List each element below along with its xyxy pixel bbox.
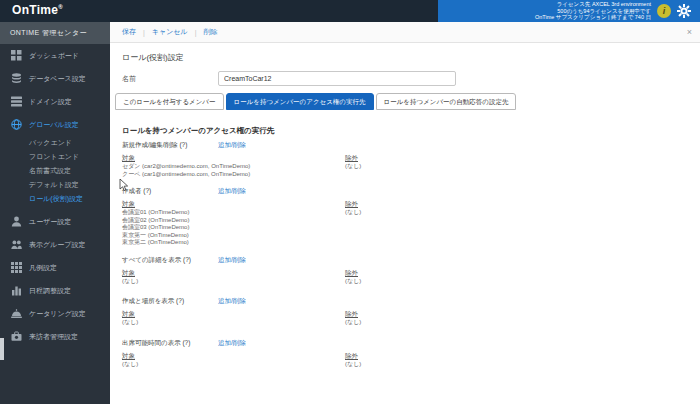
sidebar-item-label: 来訪者管理設定 [29,332,78,342]
sidebar-item-dashboard[interactable]: ダッシュボード [0,44,110,67]
section-title: 出席可能時間の表示 (?) [122,339,218,348]
exclude-item: (なし) [345,163,361,171]
section-show-all-details: すべての詳細を表示 (?) 追加/削除 対象 (なし) 除外 (なし) [122,256,700,286]
action-toolbar: 保存 | キャンセル | 削除 × [110,22,700,43]
sidebar-item-label: バックエンド [29,138,72,148]
sidebar-item-backend[interactable]: バックエンド [0,136,110,150]
save-button[interactable]: 保存 [122,27,136,37]
name-field-row: 名前 [122,71,700,86]
sidebar: ONTIME 管理センター ダッシュボード データベース設定 ドメイン設定 グロ… [0,22,110,404]
license-text: ライセンス先 AXCEL 3rd environment 500のうち94ライセ… [535,1,651,21]
section-title: 新規作成/編集/削除 (?) [122,141,218,150]
catering-icon [10,308,22,319]
sidebar-item-label: ロール(役割)設定 [29,194,83,204]
exclude-column-header[interactable]: 除外 [345,352,361,361]
sidebar-item-visitor-mgmt[interactable]: 来訪者管理設定 [0,325,110,348]
top-bar: OnTime® ライセンス先 AXCEL 3rd environment 500… [0,0,700,22]
main-panel: 保存 | キャンセル | 削除 × ロール(役割)設定 名前 このロールを付与す… [110,22,700,404]
sidebar-item-display-group[interactable]: 表示グループ設定 [0,233,110,256]
sidebar-item-label: ユーザー設定 [29,217,71,227]
tab-auto-reply-targets[interactable]: ロールを持つメンバーの自動応答の設定先 [376,93,517,110]
legend-grid-icon [10,262,22,273]
target-item: 東京第一 (OnTimeDemo) [122,232,345,240]
delete-button[interactable]: 削除 [203,27,217,37]
sidebar-scrollbar-thumb[interactable] [0,338,4,360]
target-item: (なし) [122,319,345,327]
target-item: (なし) [122,361,345,369]
sidebar-item-label: ダッシュボード [29,51,79,61]
target-item: 会議室03 (OnTimeDemo) [122,224,345,232]
target-column-header[interactable]: 対象 [122,269,345,278]
target-item: クーペ (car1@ontimedemo.com, OnTimeDemo) [122,171,345,179]
bar-chart-icon [10,285,22,296]
sidebar-item-domain[interactable]: ドメイン設定 [0,90,110,113]
sidebar-item-default-settings[interactable]: デフォルト設定 [0,178,110,192]
name-field-label: 名前 [122,74,218,84]
exclude-column-header[interactable]: 除外 [345,269,361,278]
sidebar-item-frontend[interactable]: フロントエンド [0,150,110,164]
briefcase-icon [10,331,22,342]
sidebar-item-legend-settings[interactable]: 凡例設定 [0,256,110,279]
database-icon [10,73,22,84]
sidebar-item-label: 日程調整設定 [29,286,71,296]
exclude-item: (なし) [345,209,361,217]
target-column-header[interactable]: 対象 [122,200,345,209]
section-title: 作成者 (?) [122,187,218,196]
exclude-item: (なし) [345,278,361,286]
target-column-header[interactable]: 対象 [122,154,345,163]
info-badge-icon[interactable]: i [657,4,671,18]
role-name-input[interactable] [218,71,456,86]
add-remove-link[interactable]: 追加/削除 [218,297,246,306]
gear-icon[interactable] [677,4,691,18]
sidebar-item-label: デフォルト設定 [29,180,79,190]
target-column-header[interactable]: 対象 [122,310,345,319]
group-icon [10,239,22,250]
sidebar-item-name-format[interactable]: 名前書式設定 [0,164,110,178]
add-remove-link[interactable]: 追加/削除 [218,187,246,196]
cancel-button[interactable]: キャンセル [152,27,188,37]
target-column-header[interactable]: 対象 [122,352,345,361]
section-show-free-time: 出席可能時間の表示 (?) 追加/削除 対象 (なし) 除外 (なし) [122,339,700,369]
globe-icon [10,119,22,130]
sidebar-item-database[interactable]: データベース設定 [0,67,110,90]
section-title: すべての詳細を表示 (?) [122,256,218,265]
sidebar-item-label: フロントエンド [29,152,79,162]
ontime-logo: OnTime® [12,3,63,17]
toolbar-separator: | [195,29,197,36]
section-create-edit-delete: 新規作成/編集/削除 (?) 追加/削除 対象 セダン (car2@ontime… [122,141,700,178]
add-remove-link[interactable]: 追加/削除 [218,141,246,150]
close-icon[interactable]: × [687,22,692,42]
sidebar-item-user-settings[interactable]: ユーザー設定 [0,210,110,233]
section-creator: 作成者 (?) 追加/削除 対象 会議室01 (OnTimeDemo) 会議室0… [122,187,700,247]
target-item: 東京第二 (OnTimeDemo) [122,239,345,247]
tab-bar: このロールを付与するメンバー ロールを持つメンバーのアクセス権の実行先 ロールを… [115,93,700,110]
toolbar-separator: | [143,29,145,36]
mouse-cursor-icon [119,178,129,196]
license-info-panel: ライセンス先 AXCEL 3rd environment 500のうち94ライセ… [438,0,700,22]
target-item: 会議室01 (OnTimeDemo) [122,209,345,217]
sidebar-item-global-settings[interactable]: グローバル設定 [0,113,110,136]
sidebar-item-label: ケータリング設定 [29,309,86,319]
sidebar-header: ONTIME 管理センター [0,22,110,44]
dashboard-icon [10,50,22,61]
license-line-3: OnTime サブスクリプション | 終了まで 740 日 [535,14,651,21]
sidebar-item-schedule-adjust[interactable]: 日程調整設定 [0,279,110,302]
page-title: ロール(役割)設定 [122,52,700,63]
target-item: セダン (car2@ontimedemo.com, OnTimeDemo) [122,163,345,171]
exclude-item: (なし) [345,319,361,327]
exclude-column-header[interactable]: 除外 [345,154,361,163]
sidebar-item-label: グローバル設定 [29,120,79,130]
domain-icon [10,96,22,107]
exclude-column-header[interactable]: 除外 [345,310,361,319]
tab-assign-members[interactable]: このロールを付与するメンバー [115,93,224,110]
sidebar-item-catering[interactable]: ケータリング設定 [0,302,110,325]
section-show-creator-location: 作成と場所を表示 (?) 追加/削除 対象 (なし) 除外 (なし) [122,297,700,327]
sidebar-item-label: 凡例設定 [29,263,57,273]
tab-access-targets[interactable]: ロールを持つメンバーのアクセス権の実行先 [226,93,374,110]
sidebar-item-label: 表示グループ設定 [29,240,86,250]
add-remove-link[interactable]: 追加/削除 [218,256,246,265]
section-heading: ロールを持つメンバーのアクセス権の実行先 [122,126,700,136]
exclude-column-header[interactable]: 除外 [345,200,361,209]
add-remove-link[interactable]: 追加/削除 [218,339,246,348]
sidebar-item-role-settings[interactable]: ロール(役割)設定 [0,192,110,206]
